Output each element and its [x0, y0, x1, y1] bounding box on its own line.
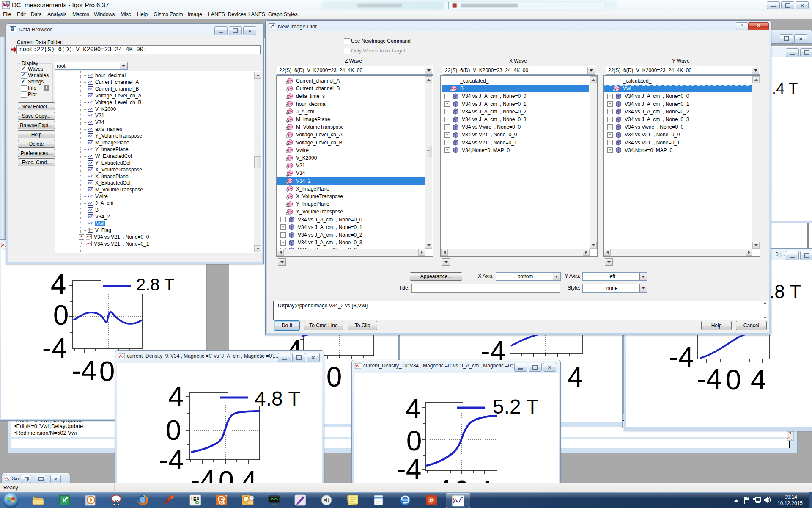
- svg-text:1: 1: [287, 173, 288, 176]
- svg-text:1: 1: [614, 88, 615, 91]
- svg-text:1: 1: [287, 96, 288, 99]
- svg-text:1: 1: [287, 166, 288, 168]
- svg-text:3: 3: [287, 127, 288, 130]
- svg-text:3: 3: [287, 88, 288, 91]
- svg-text:TEX: TEX: [190, 496, 200, 502]
- svg-text:2: 2: [287, 204, 288, 207]
- svg-text:2: 2: [287, 181, 288, 184]
- svg-text:P: P: [429, 497, 433, 504]
- svg-text:2: 2: [287, 188, 288, 191]
- svg-text:3: 3: [287, 81, 288, 84]
- svg-text:1: 1: [287, 158, 288, 161]
- svg-text:3: 3: [287, 135, 288, 138]
- svg-text:1: 1: [287, 111, 288, 114]
- svg-text:1: 1: [451, 88, 453, 91]
- svg-text:1: 1: [287, 104, 288, 107]
- svg-text:PDF: PDF: [219, 502, 225, 505]
- svg-text:X: X: [62, 497, 66, 504]
- svg-text:?: ?: [789, 431, 791, 436]
- svg-text:2: 2: [287, 119, 288, 122]
- svg-text:3: 3: [287, 196, 288, 199]
- svg-text:3: 3: [287, 142, 288, 145]
- svg-text:1: 1: [287, 150, 288, 153]
- svg-text:3: 3: [287, 212, 288, 215]
